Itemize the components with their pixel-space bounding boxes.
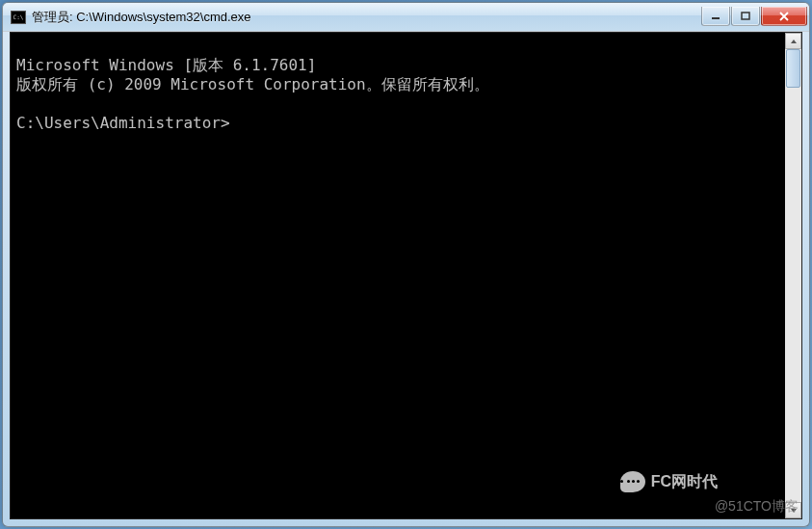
output-line: Microsoft Windows [版本 6.1.7601] [16,56,316,74]
scroll-up-button[interactable] [785,33,801,49]
watermark-sub-text: @51CTO博客 [715,498,799,516]
maximize-icon [741,12,750,21]
chevron-up-icon [790,39,798,44]
minimize-icon [711,12,720,21]
terminal-area[interactable]: Microsoft Windows [版本 6.1.7601] 版权所有 (c)… [10,32,802,519]
app-icon [11,11,26,24]
minimize-button[interactable] [701,7,730,26]
prompt: C:\Users\Administrator> [16,114,230,132]
close-button[interactable] [761,7,807,26]
titlebar[interactable]: 管理员: C:\Windows\system32\cmd.exe [3,3,809,32]
terminal-output: Microsoft Windows [版本 6.1.7601] 版权所有 (c)… [11,33,801,137]
window-title: 管理员: C:\Windows\system32\cmd.exe [32,9,701,26]
scroll-thumb[interactable] [786,49,800,88]
cmd-window: 管理员: C:\Windows\system32\cmd.exe Microso… [2,2,810,527]
vertical-scrollbar[interactable] [785,33,801,518]
svg-rect-1 [742,13,749,19]
scroll-track[interactable] [785,49,801,502]
output-line: 版权所有 (c) 2009 Microsoft Corporation。保留所有… [16,75,489,93]
svg-rect-0 [712,17,720,19]
close-icon [778,12,790,21]
wechat-icon [620,471,645,492]
maximize-button[interactable] [731,7,760,26]
window-controls [701,7,807,26]
watermark-brand: FC网时代 [620,471,718,492]
watermark-brand-text: FC网时代 [651,472,718,492]
